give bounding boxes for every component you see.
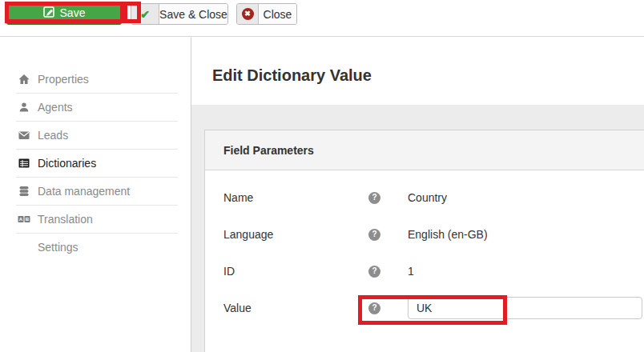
- svg-text:A: A: [19, 217, 23, 222]
- database-icon: [18, 185, 30, 198]
- content-area: Field Parameters Name ? Country Language…: [191, 105, 644, 352]
- envelope-icon: [18, 129, 30, 142]
- home-icon: [18, 73, 30, 86]
- field-parameters-panel: Field Parameters Name ? Country Language…: [204, 130, 644, 352]
- field-value-name: Country: [408, 191, 447, 204]
- field-label: Value: [223, 302, 365, 314]
- save-and-close-label: Save & Close: [159, 4, 227, 24]
- person-icon: [18, 101, 30, 114]
- cancel-icon: ✖: [237, 4, 259, 24]
- sidebar: Properties Agents Leads: [0, 38, 191, 352]
- help-icon[interactable]: ?: [368, 266, 380, 278]
- panel-header: Field Parameters: [205, 130, 644, 170]
- save-pencil-icon: [43, 6, 54, 20]
- toolbar: Save ✔ Save & Close ✖ Close: [0, 0, 644, 37]
- value-input[interactable]: [408, 297, 642, 319]
- sidebar-item-translation[interactable]: A B Translation: [0, 205, 191, 233]
- sidebar-item-label: Agents: [38, 101, 73, 114]
- svg-text:B: B: [26, 217, 30, 222]
- panel-body: Name ? Country Language ? English (en-GB…: [205, 170, 644, 326]
- panel-title: Field Parameters: [223, 144, 314, 157]
- field-label: ID: [223, 265, 365, 278]
- sidebar-item-label: Leads: [38, 129, 68, 142]
- save-and-close-button[interactable]: ✔ Save & Close: [131, 3, 228, 25]
- sidebar-item-label: Translation: [38, 213, 93, 226]
- page-title: Edit Dictionary Value: [212, 66, 372, 85]
- sidebar-item-agents[interactable]: Agents: [0, 93, 191, 121]
- translation-icon: A B: [18, 213, 30, 226]
- sidebar-item-data-management[interactable]: Data management: [0, 177, 191, 205]
- field-row-value: Value ?: [205, 290, 644, 326]
- check-icon: ✔: [131, 4, 159, 24]
- sidebar-item-dictionaries[interactable]: Dictionaries: [0, 149, 191, 177]
- main-content: Edit Dictionary Value Field Parameters N…: [191, 38, 644, 352]
- sidebar-item-label: Data management: [38, 185, 130, 198]
- sidebar-item-label: Properties: [38, 73, 89, 86]
- sidebar-item-settings[interactable]: Settings: [0, 233, 191, 261]
- help-icon[interactable]: ?: [368, 192, 380, 204]
- save-button-label: Save: [60, 6, 86, 19]
- field-label: Language: [223, 228, 365, 241]
- table-list-icon: [18, 157, 30, 170]
- sidebar-item-leads[interactable]: Leads: [0, 121, 191, 149]
- field-value-language: English (en-GB): [408, 228, 488, 241]
- help-icon[interactable]: ?: [368, 229, 380, 241]
- sidebar-item-properties[interactable]: Properties: [0, 65, 191, 93]
- field-row-name: Name ? Country: [205, 179, 644, 216]
- close-button[interactable]: ✖ Close: [236, 3, 297, 25]
- sidebar-item-label: Dictionaries: [38, 157, 96, 170]
- help-icon[interactable]: ?: [368, 302, 380, 314]
- save-button[interactable]: Save: [6, 3, 122, 25]
- field-label: Name: [223, 191, 365, 204]
- field-value-id: 1: [408, 265, 414, 278]
- field-row-language: Language ? English (en-GB): [205, 216, 644, 253]
- app-window: Save ✔ Save & Close ✖ Close Properties: [0, 0, 644, 352]
- field-row-id: ID ? 1: [205, 253, 644, 290]
- close-button-label: Close: [259, 4, 296, 24]
- sidebar-item-label: Settings: [38, 241, 78, 254]
